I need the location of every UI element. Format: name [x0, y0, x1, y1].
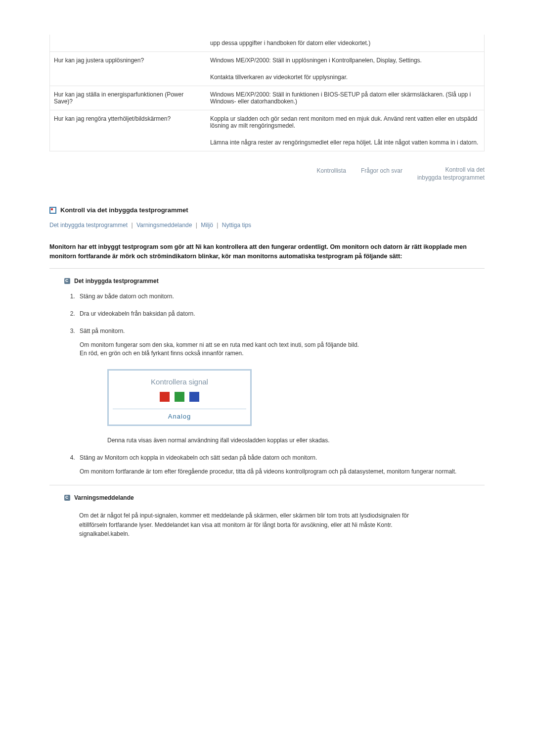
link-nyttiga-tips[interactable]: Nyttiga tips: [222, 222, 251, 229]
step-text: Sätt på monitorn.: [80, 328, 125, 334]
answer-cell: Windows ME/XP/2000: Ställ in funktionen …: [206, 86, 485, 110]
green-square-icon: [175, 392, 184, 402]
subnav-line1: Kontroll via det: [445, 166, 485, 173]
answer-cell: Lämna inte några rester av rengöringsmed…: [206, 134, 485, 151]
table-row: Hur kan jag ställa in energisparfunktion…: [50, 86, 485, 110]
c-bullet-icon: [64, 278, 70, 284]
pipe-separator: |: [215, 222, 220, 229]
link-inbyggda-testprogrammet[interactable]: Det inbyggda testprogrammet: [49, 222, 128, 229]
warning-paragraph: Om det är något fel på input-signalen, k…: [79, 511, 435, 539]
subnav-kontrollista[interactable]: Kontrollista: [317, 166, 346, 182]
rgb-squares: [113, 392, 246, 402]
sub-navigation: Kontrollista Frågor och svar Kontroll vi…: [277, 166, 485, 182]
square-bullet-icon: [49, 207, 56, 214]
step-text: Stäng av Monitorn och koppla in videokab…: [80, 454, 317, 461]
pipe-separator: |: [194, 222, 199, 229]
list-item: Dra ur videokabeln från baksidan på dato…: [77, 310, 485, 318]
table-row: Kontakta tillverkaren av videokortet för…: [50, 69, 485, 86]
step-text: Dra ur videokabeln från baksidan på dato…: [80, 310, 195, 317]
question-cell: [50, 35, 206, 52]
answer-cell: Kontakta tillverkaren av videokortet för…: [206, 69, 485, 86]
red-square-icon: [160, 392, 170, 402]
question-cell: [50, 134, 206, 151]
subnav-kontroll-via-test[interactable]: Kontroll via det inbyggda testprogrammet: [417, 166, 485, 182]
divider: [49, 268, 485, 269]
list-item: Stäng av både datorn och monitorn.: [77, 292, 485, 301]
signal-box-caption: Kontrollera signal: [113, 377, 246, 387]
step-note: Om monitorn fortfarande är tom efter för…: [80, 468, 485, 476]
subheading-text: Varningsmeddelande: [74, 494, 134, 501]
subnav-fragor-och-svar[interactable]: Frågor och svar: [361, 166, 402, 182]
subheading-text: Det inbyggda testprogrammet: [74, 278, 159, 284]
question-cell: Hur kan jag rengöra ytterhöljet/bildskär…: [50, 110, 206, 135]
table-row: Hur kan jag rengöra ytterhöljet/bildskär…: [50, 110, 485, 135]
inline-link-row: Det inbyggda testprogrammet | Varningsme…: [49, 222, 485, 229]
qa-table: upp dessa uppgifter i handboken för dato…: [49, 35, 485, 151]
list-item: Stäng av Monitorn och koppla in videokab…: [77, 454, 485, 476]
table-row: upp dessa uppgifter i handboken för dato…: [50, 35, 485, 52]
section-title: Kontroll via det inbyggda testprogrammet: [60, 206, 188, 214]
c-bullet-icon: [64, 495, 70, 501]
question-cell: [50, 69, 206, 86]
subnav-line2: inbyggda testprogrammet: [417, 174, 485, 181]
link-varningsmeddelande[interactable]: Varningsmeddelande: [136, 222, 192, 229]
pipe-separator: |: [129, 222, 134, 229]
step-note: Om monitorn fungerar som den ska, kommer…: [80, 341, 485, 349]
step-note: En röd, en grön och en blå fyrkant finns…: [80, 349, 485, 358]
step-text: Stäng av både datorn och monitorn.: [80, 293, 174, 300]
steps-list: Stäng av både datorn och monitorn. Dra u…: [49, 292, 485, 476]
subheading-row: Det inbyggda testprogrammet: [64, 278, 485, 284]
table-row: Hur kan jag justera upplösningen? Window…: [50, 52, 485, 69]
subheading-row: Varningsmeddelande: [64, 494, 485, 501]
intro-bold-paragraph: Monitorn har ett inbyggt testprogram som…: [49, 242, 485, 261]
after-box-note: Denna ruta visas även normal användning …: [107, 436, 485, 445]
answer-cell: upp dessa uppgifter i handboken för dato…: [206, 35, 485, 52]
section-title-row: Kontroll via det inbyggda testprogrammet: [49, 206, 485, 214]
answer-cell: Koppla ur sladden och gör sedan rent mon…: [206, 110, 485, 135]
signal-check-box: Kontrollera signal Analog: [107, 369, 252, 426]
question-cell: Hur kan jag ställa in energisparfunktion…: [50, 86, 206, 110]
table-row: Lämna inte några rester av rengöringsmed…: [50, 134, 485, 151]
link-miljo[interactable]: Miljö: [201, 222, 213, 229]
blue-square-icon: [189, 392, 199, 402]
question-cell: Hur kan jag justera upplösningen?: [50, 52, 206, 69]
signal-box-bottom: Analog: [113, 409, 246, 422]
list-item: Sätt på monitorn. Om monitorn fungerar s…: [77, 327, 485, 445]
divider: [49, 485, 485, 485]
answer-cell: Windows ME/XP/2000: Ställ in upplösninge…: [206, 52, 485, 69]
